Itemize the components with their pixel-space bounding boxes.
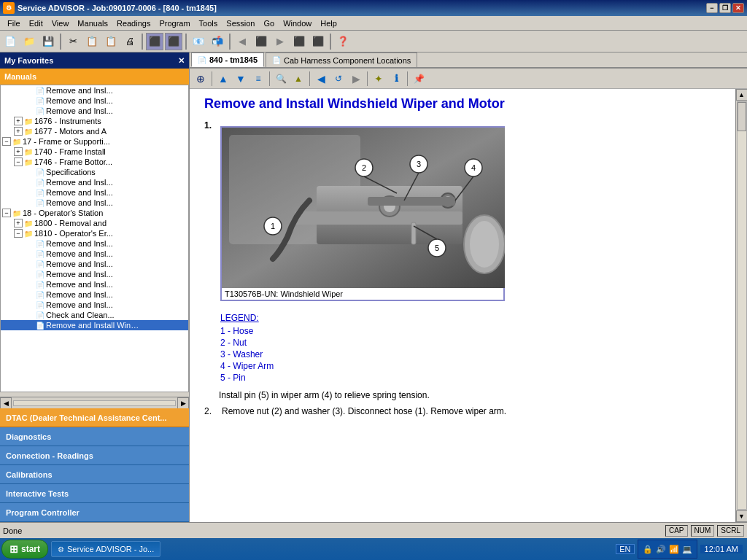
- menu-view[interactable]: View: [47, 18, 74, 28]
- doc-down[interactable]: ▼: [233, 71, 249, 87]
- menu-program[interactable]: Program: [155, 18, 194, 28]
- nav-connection-readings[interactable]: Connection - Readings: [0, 446, 189, 465]
- tree-content[interactable]: 📄Remove and Insl... 📄Remove and Insl... …: [0, 85, 189, 392]
- tree-item[interactable]: 📄Remove and Insl...: [1, 269, 188, 279]
- doc-back[interactable]: ◀: [313, 71, 329, 87]
- tree-item[interactable]: 📄Remove and Insl...: [1, 300, 188, 310]
- tree-item[interactable]: 📄Specifications: [1, 167, 188, 177]
- menu-edit[interactable]: Edit: [25, 18, 47, 28]
- doc-up[interactable]: ▲: [215, 71, 231, 87]
- tree-item-label: Remove and Insl...: [46, 249, 113, 258]
- tb-mail2[interactable]: 📬: [209, 33, 226, 50]
- tb-nav5[interactable]: ⬛: [309, 33, 327, 50]
- tb-nav1[interactable]: ◀: [233, 33, 251, 50]
- tree-item[interactable]: +📁1677 - Motors and A: [1, 126, 188, 136]
- tree-item[interactable]: 📄Remove and Insl...: [1, 187, 188, 198]
- tb-new[interactable]: 📄: [1, 33, 19, 50]
- tree-item[interactable]: −📁1810 - Operator's Er...: [1, 228, 188, 238]
- menu-file[interactable]: File: [3, 18, 25, 28]
- tree-expand-btn[interactable]: +: [14, 117, 23, 125]
- vscroll-track[interactable]: [737, 101, 747, 510]
- tree-item[interactable]: 📄Remove and Insl...: [1, 289, 188, 300]
- tree-item[interactable]: 📄Remove and Insl...: [1, 96, 188, 106]
- tree-expand-btn[interactable]: −: [2, 209, 11, 217]
- doc-bookmark[interactable]: 📌: [411, 71, 427, 87]
- tree-item[interactable]: −📁1746 - Frame Bottor...: [1, 157, 188, 167]
- tree-item-icon: 📄: [36, 107, 44, 115]
- tb-email[interactable]: 📧: [190, 33, 207, 50]
- tree-item[interactable]: −📁18 - Operator's Station: [1, 208, 188, 218]
- close-button[interactable]: ✕: [732, 3, 744, 13]
- tree-expand-btn[interactable]: +: [14, 127, 23, 136]
- tree-expand-btn[interactable]: +: [14, 147, 23, 156]
- menu-manuals[interactable]: Manuals: [73, 18, 112, 28]
- start-label: start: [21, 544, 40, 554]
- tree-item[interactable]: 📄Remove and Insl...: [1, 259, 188, 269]
- menu-tools[interactable]: Tools: [195, 18, 222, 28]
- doc-pin[interactable]: ⊕: [193, 71, 209, 87]
- vscroll-thumb[interactable]: [738, 102, 746, 131]
- tree-item[interactable]: 📄Remove and Insl...: [1, 238, 188, 249]
- doc-refresh[interactable]: ↺: [330, 71, 347, 87]
- tree-item[interactable]: 📄Remove and Insl...: [1, 249, 188, 259]
- doc-toc[interactable]: ≡: [250, 71, 266, 87]
- tree-item[interactable]: +📁1740 - Frame Install: [1, 147, 188, 157]
- menu-session[interactable]: Session: [222, 18, 259, 28]
- hscroll-right[interactable]: ▶: [177, 397, 189, 409]
- nav-diagnostics[interactable]: Diagnostics: [0, 427, 189, 446]
- tree-expand-btn[interactable]: −: [14, 229, 23, 238]
- nav-program-controller[interactable]: Program Controller: [0, 503, 189, 522]
- menu-go[interactable]: Go: [259, 18, 279, 28]
- doc-info[interactable]: ℹ: [388, 71, 404, 87]
- menu-readings[interactable]: Readings: [112, 18, 155, 28]
- tb-cut[interactable]: ✂: [64, 33, 82, 50]
- tree-item[interactable]: +📁1800 - Removal and: [1, 218, 188, 228]
- restore-button[interactable]: ❐: [719, 3, 731, 13]
- tb-btn1[interactable]: ⬛: [146, 33, 163, 50]
- hscroll-left[interactable]: ◀: [0, 397, 12, 409]
- favorites-close[interactable]: ✕: [178, 56, 185, 66]
- tb-save[interactable]: 💾: [39, 33, 57, 50]
- tree-item[interactable]: −📁17 - Frame or Supporti...: [1, 136, 188, 147]
- tb-print[interactable]: 🖨: [121, 33, 139, 50]
- menu-help[interactable]: Help: [316, 18, 341, 28]
- svg-text:1: 1: [271, 222, 275, 230]
- doc-flag[interactable]: ▲: [290, 71, 306, 87]
- vscroll-down[interactable]: ▼: [736, 510, 748, 522]
- language-indicator[interactable]: EN: [616, 544, 634, 554]
- tb-open[interactable]: 📁: [20, 33, 38, 50]
- tb-paste[interactable]: 📋: [102, 33, 120, 50]
- start-button[interactable]: ⊞ start: [1, 540, 48, 559]
- hscroll-track[interactable]: [13, 400, 176, 406]
- tree-expand-btn[interactable]: −: [2, 137, 11, 146]
- doc-star[interactable]: ✦: [371, 71, 387, 87]
- nav-calibrations[interactable]: Calibrations: [0, 465, 189, 484]
- tb-nav2[interactable]: ⬛: [252, 33, 270, 50]
- tb-copy[interactable]: 📋: [83, 33, 101, 50]
- tb-btn2[interactable]: ⬛: [165, 33, 182, 50]
- doc-search[interactable]: 🔍: [273, 71, 289, 87]
- tab-manual[interactable]: 📄 840 - tm1845: [191, 52, 264, 67]
- tab-cab-harness[interactable]: 📄 Cab Harness Component Locations: [266, 52, 417, 67]
- nav-dtac[interactable]: DTAC (Dealer Technical Assistance Cent..…: [0, 408, 189, 427]
- minimize-button[interactable]: −: [706, 3, 718, 13]
- tree-item[interactable]: 📄Check and Clean...: [1, 310, 188, 320]
- tb-nav4[interactable]: ⬛: [290, 33, 308, 50]
- tree-expand-btn[interactable]: −: [14, 158, 23, 166]
- tree-item[interactable]: 📄Remove and Install Windshield Wiper and…: [1, 320, 188, 330]
- taskbar-app-item[interactable]: ⚙ Service ADVISOR - Jo...: [51, 541, 160, 557]
- doc-forward[interactable]: ▶: [348, 71, 364, 87]
- tree-item[interactable]: 📄Remove and Insl...: [1, 279, 188, 289]
- toolbar: 📄 📁 💾 ✂ 📋 📋 🖨 ⬛ ⬛ 📧 📬 ◀ ⬛ ▶ ⬛ ⬛ ❓: [0, 31, 747, 52]
- tree-expand-btn[interactable]: +: [14, 219, 23, 228]
- tree-item[interactable]: 📄Remove and Insl...: [1, 85, 188, 96]
- menu-window[interactable]: Window: [279, 18, 316, 28]
- tree-item[interactable]: +📁1676 - Instruments: [1, 116, 188, 126]
- tb-nav3[interactable]: ▶: [271, 33, 289, 50]
- tree-item[interactable]: 📄Remove and Insl...: [1, 177, 188, 187]
- tb-help[interactable]: ❓: [334, 33, 352, 50]
- tree-item[interactable]: 📄Remove and Insl...: [1, 106, 188, 116]
- vscroll-up[interactable]: ▲: [736, 89, 748, 101]
- nav-interactive-tests[interactable]: Interactive Tests: [0, 484, 189, 503]
- tree-item[interactable]: 📄Remove and Insl...: [1, 198, 188, 208]
